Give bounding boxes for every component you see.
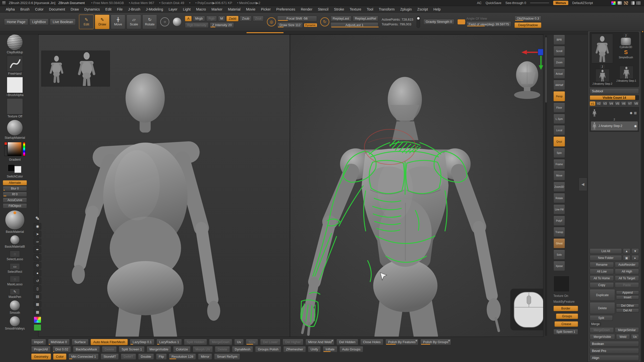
tray-button[interactable]: Color: [53, 353, 66, 360]
menu-item[interactable]: Brush: [18, 6, 32, 12]
folder-arrow-icon[interactable]: ▸: [631, 255, 639, 261]
mergesimilar-button[interactable]: MergeSimilar: [615, 327, 639, 333]
see-through-slider[interactable]: See-through 0: [505, 1, 526, 5]
menu-item[interactable]: Tool: [364, 6, 376, 12]
move-button[interactable]: ╋Move: [111, 15, 125, 29]
menu-item[interactable]: Marker: [209, 6, 225, 12]
tray-button[interactable]: MergeVisible: [147, 346, 171, 352]
green-swatch-icon[interactable]: [34, 324, 41, 331]
tray-button[interactable]: ZRemesher: [283, 346, 306, 352]
mask-lasso-icon[interactable]: ◌: [10, 276, 20, 282]
material-icon[interactable]: [617, 1, 622, 5]
paste-button[interactable]: Paste: [615, 282, 639, 288]
tray-button[interactable]: Surface: [72, 339, 89, 345]
tray-button[interactable]: DynaMesh: [232, 346, 253, 352]
stroke-dot-icon[interactable]: ○: [160, 17, 169, 26]
menu-item[interactable]: Edit: [103, 6, 114, 12]
right-shelf-button[interactable]: Rotate: [553, 193, 565, 203]
rgb-intensity-slider[interactable]: Rgb Intensity: [185, 22, 209, 28]
color-palette-icon[interactable]: [611, 1, 616, 5]
insert-button[interactable]: Insert: [616, 295, 639, 299]
tray-button[interactable]: LazyStep 0.1: [130, 339, 154, 345]
right-shelf-button[interactable]: Xpose: [553, 261, 565, 271]
current-brush-thumbnail[interactable]: [7, 34, 23, 50]
right-shelf-button[interactable]: Persp: [553, 91, 565, 101]
boolean-section-header[interactable]: Boolean: [590, 341, 639, 347]
smooth-valleys-thumbnail[interactable]: [10, 316, 20, 327]
mask-pen-icon[interactable]: ✎: [10, 288, 20, 295]
menu-item[interactable]: Alpha: [3, 6, 18, 12]
right-shelf-button[interactable]: Floor: [553, 103, 565, 113]
rf-slider[interactable]: Rf 0: [3, 192, 27, 197]
subtool-eye-icon[interactable]: ◉: [634, 124, 637, 128]
menu-item[interactable]: Texture: [347, 6, 364, 12]
adjust-last-slider[interactable]: AdjustLast 1: [331, 22, 379, 28]
draw-size-slider-bar[interactable]: [247, 32, 284, 33]
rotate-button[interactable]: ↻Rotate: [142, 15, 157, 29]
visible-count-slider[interactable]: Visible Count 14: [590, 95, 639, 100]
color-swatch-dark[interactable]: [4, 146, 7, 156]
menu-item[interactable]: Zscript: [415, 6, 431, 12]
viewport-3d[interactable]: [38, 35, 543, 337]
all-low-button[interactable]: All Low: [590, 269, 614, 274]
rgb-button[interactable]: Rgb: [206, 16, 217, 21]
menu-item[interactable]: Transform: [376, 6, 397, 12]
menu-item[interactable]: File: [114, 6, 126, 12]
smooth-brush-thumbnail[interactable]: [10, 300, 20, 311]
tray-button[interactable]: LazyRadius 1: [156, 339, 182, 345]
menu-item[interactable]: J-Modeling: [143, 6, 166, 12]
texture-icon[interactable]: [624, 1, 628, 5]
right-shelf-button[interactable]: Line Fill: [553, 204, 565, 214]
alpha-sphere-icon[interactable]: [173, 17, 182, 26]
right-shelf-button[interactable]: AAHalf: [553, 80, 565, 90]
tray-button[interactable]: SDiv: [246, 339, 258, 345]
uv-button[interactable]: Uv: [631, 334, 639, 340]
menu-item[interactable]: Light: [180, 6, 193, 12]
switch-color-label[interactable]: SwitchColor: [7, 175, 23, 178]
menu-item[interactable]: Dynamics: [82, 6, 102, 12]
mergevisible-button[interactable]: MergeVisible: [590, 334, 615, 340]
tray-button[interactable]: Flip: [156, 353, 167, 360]
menu-item[interactable]: Material: [225, 6, 243, 12]
fillobject-button[interactable]: FillObject: [3, 203, 27, 208]
tray-button[interactable]: Polish By Groups: [420, 339, 451, 345]
tray-button[interactable]: Morph UV: [193, 346, 213, 352]
subtool-row[interactable]: ◉ ▦: [591, 108, 638, 117]
trash-icon[interactable]: ▯: [34, 285, 41, 292]
accucurve-button[interactable]: AccuCurve: [3, 198, 27, 203]
alpha-icon[interactable]: [630, 1, 635, 5]
canvas-vertical-scrollbar[interactable]: [545, 35, 547, 336]
right-shelf-button[interactable]: Scroll: [553, 46, 565, 56]
tray-button[interactable]: Auto Mask FiberMesh: [91, 339, 128, 345]
deepshadow-button[interactable]: DeepShadow: [514, 22, 541, 28]
select-lasso-icon[interactable]: ◌: [10, 251, 20, 257]
tray-button[interactable]: Delete: [215, 346, 230, 352]
tray-button[interactable]: Auto Groups: [339, 346, 363, 352]
split-button[interactable]: Split: [590, 315, 613, 321]
mergedown-button[interactable]: MergeDown: [590, 327, 614, 333]
tray-button[interactable]: Inflate: [323, 346, 337, 352]
dot-icon[interactable]: ●: [34, 270, 41, 276]
replay-lastrel-button[interactable]: ReplayLastRel: [353, 16, 379, 21]
subtool-section-header[interactable]: Subtool: [590, 88, 639, 94]
undo-icon[interactable]: ↺: [34, 278, 41, 284]
tray-button[interactable]: Delete: [102, 346, 117, 352]
current-material-thumbnail[interactable]: [7, 120, 23, 136]
subtool-tab[interactable]: V2: [596, 101, 602, 106]
simplebrush-thumbnail[interactable]: S: [624, 49, 628, 56]
field-of-view-slider[interactable]: Field of view(deg) 39.59775: [466, 21, 511, 27]
document-canvas[interactable]: [38, 34, 543, 337]
gradient-label[interactable]: Gradient: [9, 158, 21, 161]
right-shelf-button[interactable]: Qxyz: [553, 137, 565, 147]
mask-by-feature-label[interactable]: MaskByFeature: [553, 300, 578, 303]
palette-icon[interactable]: [34, 316, 41, 323]
zsub-button[interactable]: Zsub: [240, 16, 252, 21]
basic-material-thumbnail[interactable]: [5, 210, 25, 230]
recent-tool-b-thumbnail[interactable]: [619, 66, 633, 79]
marker-icon[interactable]: ✒: [34, 246, 41, 253]
folder-icon[interactable]: ▣: [623, 255, 630, 261]
right-shelf-button[interactable]: Actual: [553, 69, 565, 79]
pencil-icon[interactable]: ✎: [34, 254, 41, 261]
subtool-tab[interactable]: V6: [621, 101, 627, 106]
home-page-button[interactable]: Home Page: [4, 19, 28, 25]
